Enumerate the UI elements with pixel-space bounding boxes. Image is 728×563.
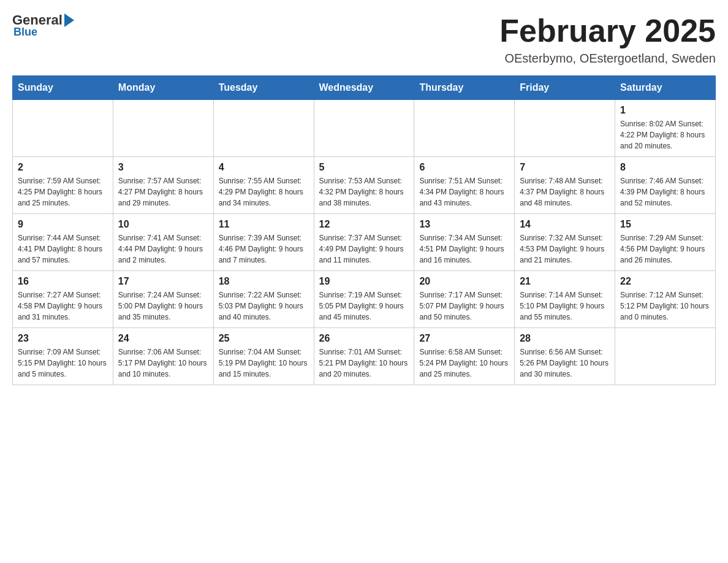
day-number: 6 xyxy=(419,162,509,173)
day-number: 17 xyxy=(118,276,208,287)
day-number: 7 xyxy=(520,162,610,173)
col-saturday: Saturday xyxy=(615,76,716,100)
col-monday: Monday xyxy=(113,76,213,100)
day-info: Sunrise: 7:17 AM Sunset: 5:07 PM Dayligh… xyxy=(419,289,509,323)
day-number: 10 xyxy=(118,219,208,230)
calendar-day-cell: 11Sunrise: 7:39 AM Sunset: 4:46 PM Dayli… xyxy=(213,214,314,271)
day-info: Sunrise: 7:12 AM Sunset: 5:12 PM Dayligh… xyxy=(620,289,710,323)
calendar-week-row: 9Sunrise: 7:44 AM Sunset: 4:41 PM Daylig… xyxy=(13,214,716,271)
calendar-day-cell xyxy=(13,100,113,157)
day-number: 20 xyxy=(419,276,509,287)
calendar-day-cell: 28Sunrise: 6:56 AM Sunset: 5:26 PM Dayli… xyxy=(515,328,615,385)
day-info: Sunrise: 7:04 AM Sunset: 5:19 PM Dayligh… xyxy=(219,347,309,380)
day-info: Sunrise: 7:27 AM Sunset: 4:58 PM Dayligh… xyxy=(18,289,108,323)
day-number: 11 xyxy=(219,219,309,230)
day-number: 18 xyxy=(219,276,309,287)
day-info: Sunrise: 7:24 AM Sunset: 5:00 PM Dayligh… xyxy=(118,289,208,323)
calendar-day-cell: 21Sunrise: 7:14 AM Sunset: 5:10 PM Dayli… xyxy=(515,271,615,328)
day-info: Sunrise: 7:01 AM Sunset: 5:21 PM Dayligh… xyxy=(319,347,409,380)
day-info: Sunrise: 7:53 AM Sunset: 4:32 PM Dayligh… xyxy=(319,175,409,209)
calendar-day-cell: 24Sunrise: 7:06 AM Sunset: 5:17 PM Dayli… xyxy=(113,328,213,385)
day-info: Sunrise: 6:58 AM Sunset: 5:24 PM Dayligh… xyxy=(419,347,509,380)
calendar-day-cell: 6Sunrise: 7:51 AM Sunset: 4:34 PM Daylig… xyxy=(414,157,515,214)
day-info: Sunrise: 8:02 AM Sunset: 4:22 PM Dayligh… xyxy=(620,118,710,151)
day-info: Sunrise: 7:41 AM Sunset: 4:44 PM Dayligh… xyxy=(118,232,208,266)
calendar-day-cell: 18Sunrise: 7:22 AM Sunset: 5:03 PM Dayli… xyxy=(213,271,314,328)
day-number: 14 xyxy=(520,219,610,230)
day-info: Sunrise: 7:32 AM Sunset: 4:53 PM Dayligh… xyxy=(520,232,610,266)
calendar-day-cell: 8Sunrise: 7:46 AM Sunset: 4:39 PM Daylig… xyxy=(615,157,716,214)
calendar-day-cell: 2Sunrise: 7:59 AM Sunset: 4:25 PM Daylig… xyxy=(13,157,113,214)
logo: General Blue xyxy=(12,12,74,39)
col-friday: Friday xyxy=(515,76,615,100)
calendar-week-row: 1Sunrise: 8:02 AM Sunset: 4:22 PM Daylig… xyxy=(13,100,716,157)
day-number: 22 xyxy=(620,276,710,287)
calendar-day-cell: 15Sunrise: 7:29 AM Sunset: 4:56 PM Dayli… xyxy=(615,214,716,271)
calendar-day-cell: 17Sunrise: 7:24 AM Sunset: 5:00 PM Dayli… xyxy=(113,271,213,328)
day-number: 28 xyxy=(520,333,610,344)
day-number: 2 xyxy=(18,162,108,173)
day-number: 15 xyxy=(620,219,710,230)
day-info: Sunrise: 7:29 AM Sunset: 4:56 PM Dayligh… xyxy=(620,232,710,266)
day-number: 27 xyxy=(419,333,509,344)
calendar-day-cell: 19Sunrise: 7:19 AM Sunset: 5:05 PM Dayli… xyxy=(314,271,414,328)
day-number: 9 xyxy=(18,219,108,230)
day-number: 19 xyxy=(319,276,409,287)
calendar-day-cell xyxy=(515,100,615,157)
calendar-day-cell xyxy=(213,100,314,157)
day-info: Sunrise: 7:44 AM Sunset: 4:41 PM Dayligh… xyxy=(18,232,108,266)
calendar-day-cell: 27Sunrise: 6:58 AM Sunset: 5:24 PM Dayli… xyxy=(414,328,515,385)
day-number: 13 xyxy=(419,219,509,230)
day-info: Sunrise: 7:14 AM Sunset: 5:10 PM Dayligh… xyxy=(520,289,610,323)
day-info: Sunrise: 7:09 AM Sunset: 5:15 PM Dayligh… xyxy=(18,347,108,380)
calendar-day-cell xyxy=(414,100,515,157)
day-info: Sunrise: 7:34 AM Sunset: 4:51 PM Dayligh… xyxy=(419,232,509,266)
page-header: General Blue February 2025 OEsterbymo, O… xyxy=(12,12,716,66)
calendar-day-cell: 13Sunrise: 7:34 AM Sunset: 4:51 PM Dayli… xyxy=(414,214,515,271)
day-info: Sunrise: 7:59 AM Sunset: 4:25 PM Dayligh… xyxy=(18,175,108,209)
title-block: February 2025 OEsterbymo, OEstergoetland… xyxy=(499,12,716,66)
calendar-day-cell: 5Sunrise: 7:53 AM Sunset: 4:32 PM Daylig… xyxy=(314,157,414,214)
logo-text-blue: Blue xyxy=(13,26,37,39)
day-number: 5 xyxy=(319,162,409,173)
day-number: 16 xyxy=(18,276,108,287)
col-thursday: Thursday xyxy=(414,76,515,100)
day-number: 8 xyxy=(620,162,710,173)
month-title: February 2025 xyxy=(499,12,716,49)
logo-triangle-icon xyxy=(64,13,74,27)
day-number: 24 xyxy=(118,333,208,344)
calendar-week-row: 16Sunrise: 7:27 AM Sunset: 4:58 PM Dayli… xyxy=(13,271,716,328)
calendar-day-cell: 22Sunrise: 7:12 AM Sunset: 5:12 PM Dayli… xyxy=(615,271,716,328)
calendar-day-cell: 9Sunrise: 7:44 AM Sunset: 4:41 PM Daylig… xyxy=(13,214,113,271)
day-info: Sunrise: 7:55 AM Sunset: 4:29 PM Dayligh… xyxy=(219,175,309,209)
calendar-day-cell: 7Sunrise: 7:48 AM Sunset: 4:37 PM Daylig… xyxy=(515,157,615,214)
calendar-day-cell: 1Sunrise: 8:02 AM Sunset: 4:22 PM Daylig… xyxy=(615,100,716,157)
day-info: Sunrise: 7:46 AM Sunset: 4:39 PM Dayligh… xyxy=(620,175,710,209)
calendar-day-cell xyxy=(615,328,716,385)
day-number: 26 xyxy=(319,333,409,344)
day-number: 3 xyxy=(118,162,208,173)
calendar-day-cell: 3Sunrise: 7:57 AM Sunset: 4:27 PM Daylig… xyxy=(113,157,213,214)
day-number: 4 xyxy=(219,162,309,173)
day-number: 23 xyxy=(18,333,108,344)
calendar-day-cell xyxy=(113,100,213,157)
calendar-table: Sunday Monday Tuesday Wednesday Thursday… xyxy=(12,75,716,385)
day-info: Sunrise: 7:22 AM Sunset: 5:03 PM Dayligh… xyxy=(219,289,309,323)
calendar-day-cell xyxy=(314,100,414,157)
day-info: Sunrise: 7:57 AM Sunset: 4:27 PM Dayligh… xyxy=(118,175,208,209)
day-info: Sunrise: 6:56 AM Sunset: 5:26 PM Dayligh… xyxy=(520,347,610,380)
calendar-day-cell: 23Sunrise: 7:09 AM Sunset: 5:15 PM Dayli… xyxy=(13,328,113,385)
calendar-day-cell: 25Sunrise: 7:04 AM Sunset: 5:19 PM Dayli… xyxy=(213,328,314,385)
day-number: 12 xyxy=(319,219,409,230)
calendar-day-cell: 20Sunrise: 7:17 AM Sunset: 5:07 PM Dayli… xyxy=(414,271,515,328)
calendar-day-cell: 4Sunrise: 7:55 AM Sunset: 4:29 PM Daylig… xyxy=(213,157,314,214)
day-info: Sunrise: 7:06 AM Sunset: 5:17 PM Dayligh… xyxy=(118,347,208,380)
day-info: Sunrise: 7:48 AM Sunset: 4:37 PM Dayligh… xyxy=(520,175,610,209)
calendar-day-cell: 16Sunrise: 7:27 AM Sunset: 4:58 PM Dayli… xyxy=(13,271,113,328)
day-info: Sunrise: 7:37 AM Sunset: 4:49 PM Dayligh… xyxy=(319,232,409,266)
day-number: 25 xyxy=(219,333,309,344)
calendar-week-row: 2Sunrise: 7:59 AM Sunset: 4:25 PM Daylig… xyxy=(13,157,716,214)
col-tuesday: Tuesday xyxy=(213,76,314,100)
location-title: OEsterbymo, OEstergoetland, Sweden xyxy=(499,52,716,66)
day-info: Sunrise: 7:51 AM Sunset: 4:34 PM Dayligh… xyxy=(419,175,509,209)
